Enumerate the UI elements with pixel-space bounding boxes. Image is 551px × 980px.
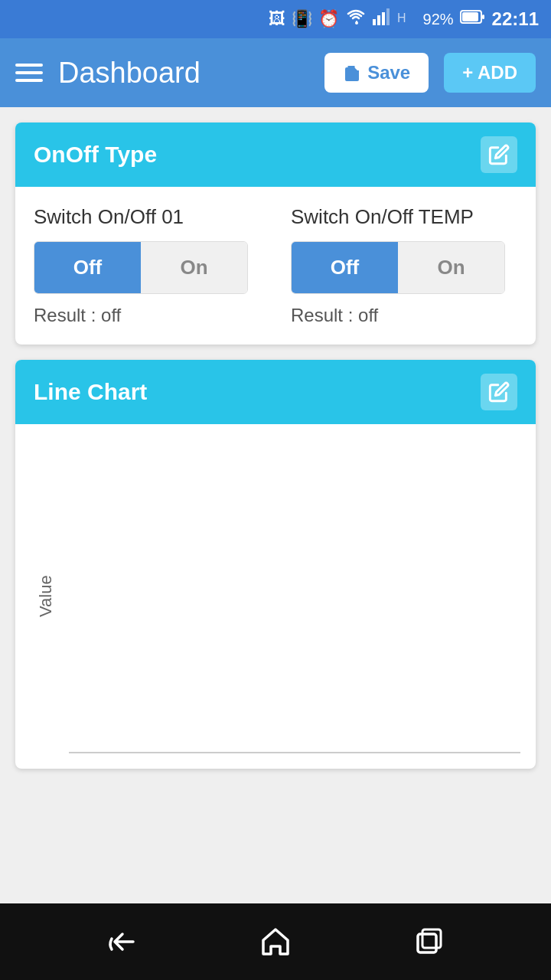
alarm-icon: ⏰ [318, 9, 339, 29]
chart-card-title: Line Chart [34, 379, 147, 405]
status-icons: 🖼 📳 ⏰ H 92% [269, 8, 484, 30]
switch2-label: Switch On/Off TEMP [291, 205, 517, 229]
time-display: 22:11 [492, 8, 539, 30]
switch1-result: Result : off [34, 305, 260, 326]
svg-text:H: H [397, 11, 406, 24]
switch1-label: Switch On/Off 01 [34, 205, 260, 229]
switch1-on-button[interactable]: On [141, 242, 247, 293]
switch-group-2: Switch On/Off TEMP Off On Result : off [291, 205, 517, 326]
svg-rect-1 [373, 19, 376, 25]
menu-button[interactable] [15, 64, 43, 82]
svg-rect-4 [386, 8, 390, 25]
toolbar: Dashboard Save + ADD [0, 38, 551, 107]
switch1-toggle: Off On [34, 241, 248, 294]
switch-group-1: Switch On/Off 01 Off On Result : off [34, 205, 260, 326]
onoff-card-body: Switch On/Off 01 Off On Result : off Swi… [15, 187, 536, 345]
home-button[interactable] [249, 915, 302, 969]
onoff-card-title: OnOff Type [34, 142, 157, 168]
svg-rect-9 [418, 934, 436, 952]
onoff-card: OnOff Type Switch On/Off 01 Off On Resul… [15, 122, 536, 345]
status-bar: 🖼 📳 ⏰ H 92% [0, 0, 551, 38]
recents-button[interactable] [402, 915, 455, 969]
switch2-result: Result : off [291, 305, 517, 326]
data-icon: H [397, 8, 417, 30]
vibrate-icon: 📳 [292, 9, 312, 29]
add-label: + ADD [462, 62, 517, 83]
battery-text: 92% [423, 11, 454, 28]
page-title: Dashboard [58, 57, 309, 90]
back-button[interactable] [96, 915, 149, 969]
switch2-toggle: Off On [291, 241, 505, 294]
save-label: Save [367, 62, 410, 83]
svg-point-0 [355, 21, 358, 24]
chart-area [69, 439, 520, 753]
switch2-off-button[interactable]: Off [292, 242, 398, 293]
battery-icon [460, 9, 484, 29]
chart-edit-button[interactable] [481, 374, 517, 410]
svg-rect-3 [382, 12, 385, 25]
onoff-card-header: OnOff Type [15, 122, 536, 187]
signal-icon [373, 8, 391, 30]
svg-rect-8 [482, 15, 484, 19]
chart-y-axis-label: Value [31, 439, 61, 753]
onoff-edit-button[interactable] [481, 136, 517, 173]
save-button[interactable]: Save [324, 53, 429, 93]
switch1-off-button[interactable]: Off [34, 242, 141, 293]
main-content: OnOff Type Switch On/Off 01 Off On Resul… [0, 107, 551, 903]
add-button[interactable]: + ADD [444, 53, 536, 93]
image-icon: 🖼 [269, 9, 285, 29]
svg-rect-2 [377, 15, 380, 25]
switches-row: Switch On/Off 01 Off On Result : off Swi… [34, 205, 517, 326]
nav-bar [0, 903, 551, 980]
chart-card-header: Line Chart [15, 360, 536, 424]
switch2-on-button[interactable]: On [398, 242, 504, 293]
chart-body: Value [15, 424, 536, 769]
svg-rect-10 [422, 929, 441, 948]
chart-card: Line Chart Value [15, 360, 536, 769]
svg-rect-7 [462, 12, 478, 21]
wifi-icon [345, 8, 367, 30]
